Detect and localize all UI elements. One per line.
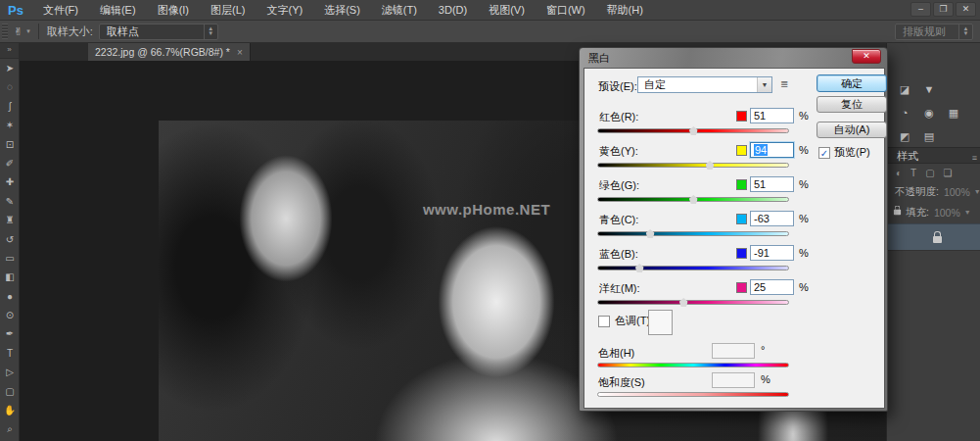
eraser-tool[interactable]: ▭ xyxy=(0,249,20,268)
workspace-dropdown[interactable]: 排版规则 ▲▼ xyxy=(895,24,973,40)
tool-list: ➤◌ʃ✶⊡✐✚✎♜↺▭◧●⊙✒T▷▢✋⌕ xyxy=(0,59,19,439)
zoom-tool[interactable]: ⌕ xyxy=(0,419,20,438)
channel-slider-track[interactable] xyxy=(597,197,789,202)
channel-slider-track[interactable] xyxy=(597,300,789,305)
menu-3d[interactable]: 3D(D) xyxy=(428,1,478,19)
preset-options-icon[interactable]: ≣ xyxy=(780,78,788,89)
channel-slider-thumb[interactable] xyxy=(689,126,698,135)
channel-slider-thumb[interactable] xyxy=(679,298,688,307)
gradient-fill-icon[interactable]: ▤ xyxy=(920,129,938,144)
history-brush-tool[interactable]: ↺ xyxy=(0,230,20,249)
channel-slider-track[interactable] xyxy=(597,231,789,236)
adjustment-filter-icon[interactable]: ◐ xyxy=(896,168,902,178)
reset-button[interactable]: 复位 xyxy=(817,96,887,113)
saturation-gradient-bar[interactable] xyxy=(597,392,789,397)
sample-size-dropdown[interactable]: 取样点 ▲▼ xyxy=(99,24,218,40)
tint-color-swatch[interactable] xyxy=(648,310,673,335)
hand-tool[interactable]: ✋ xyxy=(0,401,20,419)
auto-button[interactable]: 自动(A) xyxy=(817,122,887,138)
tool-preset-picker[interactable]: ✌ ▾ xyxy=(14,25,30,38)
gradient-map-icon[interactable]: ◩ xyxy=(896,129,913,144)
posterize-icon[interactable]: ▦ xyxy=(945,106,962,121)
tab-close-icon[interactable]: × xyxy=(237,47,243,58)
hue-gradient-bar[interactable] xyxy=(597,363,789,368)
chevron-down-icon[interactable]: ▼ xyxy=(964,209,971,216)
channel-slider-thumb[interactable] xyxy=(635,264,644,272)
channel-unit: % xyxy=(799,247,809,259)
type-tool[interactable]: T xyxy=(0,344,20,363)
channel-unit: % xyxy=(799,144,809,156)
menu-window[interactable]: 窗口(W) xyxy=(536,0,596,21)
ok-button[interactable]: 确定 xyxy=(817,74,887,92)
channel-slider-track[interactable] xyxy=(597,128,789,133)
crop-tool[interactable]: ⊡ xyxy=(0,135,20,154)
channel-slider-thumb[interactable] xyxy=(646,229,655,238)
hue-saturation-icon[interactable]: ◉ xyxy=(920,106,938,121)
spot-healing-tool[interactable]: ✚ xyxy=(0,172,20,191)
channel-value-input[interactable]: -63 xyxy=(750,211,794,226)
shape-filter-icon[interactable]: ▢ xyxy=(925,168,934,178)
channel-slider-thumb[interactable] xyxy=(689,195,698,204)
marquee-tool[interactable]: ◌ xyxy=(0,77,20,96)
layer-filter-row: ◐T▢❏ xyxy=(887,165,980,181)
gradient-tool[interactable]: ◧ xyxy=(0,268,20,286)
quick-selection-tool[interactable]: ✶ xyxy=(0,116,20,134)
channel-row: 蓝色(B): -91 % xyxy=(597,245,811,279)
preview-checkbox[interactable]: ✓ xyxy=(818,147,830,159)
type-filter-icon[interactable]: T xyxy=(910,168,916,178)
menu-layer[interactable]: 图层(L) xyxy=(200,0,256,21)
pen-tool[interactable]: ✒ xyxy=(0,324,20,343)
fill-value[interactable]: 100% xyxy=(934,207,960,219)
dialog-body: 预设(E): 自定 ▼ ≣ 确定 复位 自动(A) ✓ 预览(P) 红色(R):… xyxy=(583,68,885,409)
brush-tool[interactable]: ✎ xyxy=(0,192,20,211)
channel-value-input[interactable]: 51 xyxy=(750,176,794,192)
preset-dropdown[interactable]: 自定 ▼ xyxy=(637,76,772,93)
toolbar-collapse-icon[interactable]: » xyxy=(0,43,19,59)
channel-value-input[interactable]: 94 xyxy=(750,142,794,158)
workspace-value: 排版规则 xyxy=(903,24,946,39)
blur-tool[interactable]: ● xyxy=(0,287,20,306)
threshold-icon[interactable]: ▼ xyxy=(920,82,938,97)
channel-sliders: 红色(R): 51 % 黄色(Y): 94 % 绿色(G): 51 % 青色(C… xyxy=(597,108,811,314)
chevron-down-icon[interactable]: ▼ xyxy=(974,188,980,195)
opacity-value[interactable]: 100% xyxy=(944,186,970,198)
menu-file[interactable]: 文件(F) xyxy=(32,0,89,21)
move-tool[interactable]: ➤ xyxy=(0,59,20,77)
opacity-row: 不透明度: 100% ▼ xyxy=(887,182,980,201)
channel-value-input[interactable]: 25 xyxy=(750,279,794,295)
menu-help[interactable]: 帮助(H) xyxy=(596,0,654,21)
menu-select[interactable]: 选择(S) xyxy=(313,0,371,21)
menu-edit[interactable]: 编辑(E) xyxy=(89,0,147,21)
styles-panel-tab[interactable]: 样式 ≡ xyxy=(887,147,980,164)
levels-icon[interactable]: ◪ xyxy=(896,82,913,97)
saturation-input[interactable] xyxy=(712,372,755,388)
channel-label: 蓝色(B): xyxy=(599,247,638,262)
dodge-tool[interactable]: ⊙ xyxy=(0,306,20,324)
menu-filter[interactable]: 滤镜(T) xyxy=(371,0,428,21)
channel-value-input[interactable]: 51 xyxy=(750,108,794,123)
minimize-button[interactable]: – xyxy=(910,2,931,17)
lasso-tool[interactable]: ʃ xyxy=(0,97,20,116)
shape-tool[interactable]: ▢ xyxy=(0,382,20,401)
menu-type[interactable]: 文字(Y) xyxy=(256,0,313,21)
channel-slider-track[interactable] xyxy=(597,266,789,270)
clone-stamp-tool[interactable]: ♜ xyxy=(0,211,20,229)
menu-image[interactable]: 图像(I) xyxy=(147,0,200,21)
channel-color-swatch xyxy=(736,214,747,224)
channel-slider-thumb[interactable] xyxy=(706,161,715,170)
panel-menu-icon[interactable]: ≡ xyxy=(972,150,977,166)
hue-input[interactable] xyxy=(712,343,755,359)
path-selection-tool[interactable]: ▷ xyxy=(0,363,20,381)
channel-slider-track[interactable] xyxy=(597,163,789,168)
background-layer-row[interactable] xyxy=(887,223,980,251)
tint-checkbox[interactable] xyxy=(598,316,610,327)
dialog-close-button[interactable]: ✕ xyxy=(852,49,881,64)
menu-view[interactable]: 视图(V) xyxy=(478,0,536,21)
eyedropper-tool[interactable]: ✐ xyxy=(0,154,20,172)
smart-object-filter-icon[interactable]: ❏ xyxy=(944,168,953,178)
curves-icon[interactable]: ◔ xyxy=(896,106,913,121)
restore-button[interactable]: ❐ xyxy=(933,2,954,17)
document-tab[interactable]: 2232.jpg @ 66.7%(RGB/8#) * × xyxy=(88,43,251,61)
channel-value-input[interactable]: -91 xyxy=(750,245,794,261)
close-window-button[interactable]: ✕ xyxy=(956,2,976,17)
